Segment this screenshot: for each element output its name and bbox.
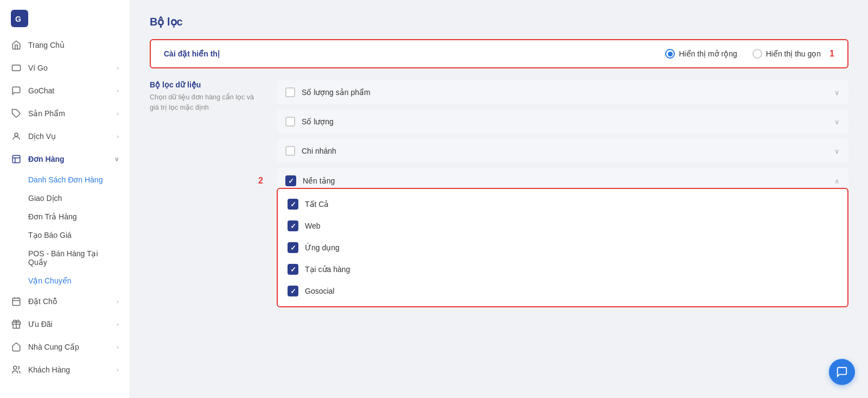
radio-option-compact[interactable]: Hiển thị thu gọn bbox=[752, 49, 821, 59]
tag-icon bbox=[11, 108, 22, 119]
filter-right-panel: Số lượng sản phẩm ∨ Số lượng ∨ Chi nhánh… bbox=[277, 80, 848, 307]
chat-icon bbox=[11, 85, 22, 96]
chevron-right-icon: › bbox=[117, 87, 119, 94]
supplier-icon bbox=[11, 342, 22, 352]
svg-point-4 bbox=[15, 133, 18, 136]
checkbox-gosocial[interactable] bbox=[288, 286, 298, 296]
checkbox-web[interactable] bbox=[288, 220, 298, 231]
sidebar-item-uu-dai[interactable]: Ưu Đãi › bbox=[0, 313, 130, 336]
checkbox-so-luong[interactable] bbox=[285, 117, 295, 127]
sidebar-logo: G bbox=[0, 0, 130, 34]
chevron-down-icon: ∨ bbox=[834, 118, 840, 126]
sub-row-gosocial[interactable]: Gosocial bbox=[288, 280, 838, 302]
page-title: Bộ lọc bbox=[150, 15, 848, 28]
submenu-tao-bao-gia[interactable]: Tạo Báo Giá bbox=[28, 226, 130, 244]
sidebar-item-nha-cung-cap[interactable]: Nhà Cung Cấp › bbox=[0, 336, 130, 358]
sub-row-tat-ca[interactable]: Tất Cả bbox=[288, 193, 838, 215]
chevron-down-icon: ∨ bbox=[834, 147, 840, 155]
filter-row-chi-nhanh[interactable]: Chi nhánh ∨ bbox=[277, 139, 848, 163]
sub-option-label: Gosocial bbox=[305, 287, 334, 295]
sidebar-item-dat-cho[interactable]: Đặt Chỗ › bbox=[0, 290, 130, 313]
submenu-danh-sach-don-hang[interactable]: Danh Sách Đơn Hàng bbox=[28, 170, 130, 189]
sidebar-item-label: GoChat bbox=[28, 86, 54, 95]
radio-expand-label: Hiển thị mở rộng bbox=[679, 49, 737, 58]
chevron-up-icon: ∧ bbox=[834, 177, 840, 185]
filter-row-label: Nền tảng bbox=[303, 176, 834, 185]
chat-fab-icon bbox=[836, 366, 848, 378]
sidebar-item-don-hang[interactable]: Đơn Hàng ∨ bbox=[0, 148, 130, 170]
gift-icon bbox=[11, 319, 22, 330]
checkbox-tat-ca[interactable] bbox=[288, 199, 298, 210]
submenu-van-chuyen[interactable]: Vận Chuyển bbox=[28, 271, 130, 290]
app-logo-icon: G bbox=[11, 10, 28, 27]
filter-data-desc: Chọn dữ liệu đơn hàng cần lọc và giá trị… bbox=[150, 92, 264, 113]
submenu-giao-dich[interactable]: Giao Dịch bbox=[28, 189, 130, 207]
radio-expand-circle bbox=[665, 49, 675, 59]
checkbox-ung-dung[interactable] bbox=[288, 242, 298, 253]
sidebar-item-san-pham[interactable]: Sản Phẩm › bbox=[0, 102, 130, 125]
sidebar-item-trang-chu[interactable]: Trang Chủ bbox=[0, 34, 130, 56]
checkbox-tai-cua-hang[interactable] bbox=[288, 264, 298, 275]
radio-compact-label: Hiển thị thu gọn bbox=[766, 49, 821, 58]
sidebar-item-vi-go[interactable]: Ví Go › bbox=[0, 56, 130, 79]
chevron-down-icon: ∨ bbox=[834, 89, 840, 97]
filter-row-label: Chi nhánh bbox=[302, 147, 834, 155]
filter-row-label: Số lượng sản phẩm bbox=[302, 88, 834, 97]
filter-data-title: Bộ lọc dữ liệu bbox=[150, 80, 264, 89]
sidebar-item-label: Nhà Cung Cấp bbox=[28, 343, 79, 351]
filter-row-label: Số lượng bbox=[302, 117, 834, 126]
sub-option-label: Tại cửa hàng bbox=[305, 265, 350, 274]
chevron-right-icon: › bbox=[117, 133, 119, 140]
chevron-down-icon: ∨ bbox=[114, 156, 119, 163]
chat-fab-button[interactable] bbox=[829, 359, 855, 385]
sub-row-ung-dung[interactable]: Ứng dụng bbox=[288, 237, 838, 258]
chevron-right-icon: › bbox=[117, 65, 119, 71]
sidebar-item-khach-hang[interactable]: Khách Hàng › bbox=[0, 358, 130, 381]
submenu-pos[interactable]: POS - Bán Hàng Tại Quầy bbox=[28, 244, 130, 271]
sidebar-item-gochat[interactable]: GoChat › bbox=[0, 79, 130, 102]
orders-icon bbox=[11, 154, 22, 165]
filter-row-so-luong-san-pham[interactable]: Số lượng sản phẩm ∨ bbox=[277, 80, 848, 104]
sub-option-label: Web bbox=[305, 222, 321, 230]
sidebar-item-label: Đặt Chỗ bbox=[28, 297, 58, 306]
submenu-don-hang: Danh Sách Đơn Hàng Giao Dịch Đơn Trả Hàn… bbox=[0, 170, 130, 290]
nen-tang-expanded-panel: Tất Cả Web Ứng dụng Tại cử bbox=[277, 188, 848, 307]
sidebar-item-label: Đơn Hàng bbox=[28, 155, 65, 163]
display-settings-label: Cài đặt hiển thị bbox=[164, 49, 665, 58]
chevron-right-icon: › bbox=[117, 110, 119, 117]
sidebar-item-label: Sản Phẩm bbox=[28, 109, 65, 118]
svg-rect-5 bbox=[12, 155, 20, 163]
home-icon bbox=[11, 40, 22, 50]
calendar-icon bbox=[11, 296, 22, 307]
radio-compact-circle bbox=[752, 49, 762, 59]
badge-2: 2 bbox=[258, 176, 263, 186]
service-icon bbox=[11, 131, 22, 142]
sub-row-web[interactable]: Web bbox=[288, 215, 838, 237]
sidebar-item-label: Ưu Đãi bbox=[28, 320, 53, 328]
chevron-right-icon: › bbox=[117, 298, 119, 305]
chevron-right-icon: › bbox=[117, 321, 119, 327]
badge-1: 1 bbox=[829, 49, 834, 59]
main-content: Bộ lọc Cài đặt hiển thị Hiển thị mở rộng… bbox=[130, 0, 868, 398]
filter-section: Bộ lọc dữ liệu Chọn dữ liệu đơn hàng cần… bbox=[150, 80, 848, 307]
sidebar-item-label: Ví Go bbox=[28, 64, 48, 72]
sidebar-item-dich-vu[interactable]: Dịch Vụ › bbox=[0, 125, 130, 148]
chevron-right-icon: › bbox=[117, 344, 119, 350]
filter-row-nen-tang-container: 2 Nền tảng ∧ Tất Cả Web bbox=[277, 168, 848, 307]
sub-option-label: Tất Cả bbox=[305, 200, 329, 209]
sub-option-label: Ứng dụng bbox=[305, 243, 340, 252]
sub-row-tai-cua-hang[interactable]: Tại cửa hàng bbox=[288, 258, 838, 280]
checkbox-nen-tang-filled[interactable] bbox=[285, 175, 296, 186]
svg-rect-8 bbox=[12, 298, 20, 306]
sidebar-item-label: Trang Chủ bbox=[28, 41, 65, 49]
checkbox-chi-nhanh[interactable] bbox=[285, 146, 295, 156]
svg-point-12 bbox=[14, 366, 17, 369]
filter-row-so-luong[interactable]: Số lượng ∨ bbox=[277, 110, 848, 134]
svg-rect-2 bbox=[12, 65, 21, 71]
svg-text:G: G bbox=[15, 15, 21, 23]
submenu-don-tra-hang[interactable]: Đơn Trả Hàng bbox=[28, 207, 130, 226]
radio-group: Hiển thị mở rộng Hiển thị thu gọn bbox=[665, 49, 821, 59]
radio-option-expand[interactable]: Hiển thị mở rộng bbox=[665, 49, 737, 59]
sidebar-item-label: Dịch Vụ bbox=[28, 132, 56, 141]
checkbox-so-luong-san-pham[interactable] bbox=[285, 87, 295, 97]
